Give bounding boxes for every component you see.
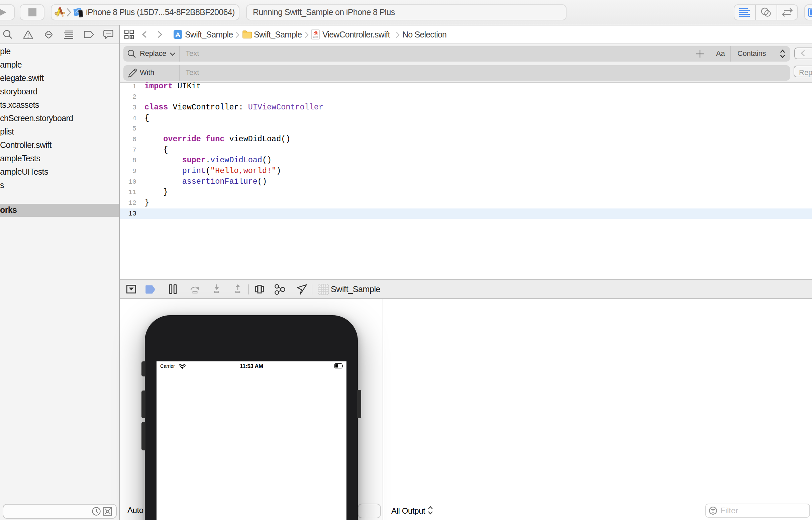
- svg-text:SWIFT: SWIFT: [313, 36, 318, 38]
